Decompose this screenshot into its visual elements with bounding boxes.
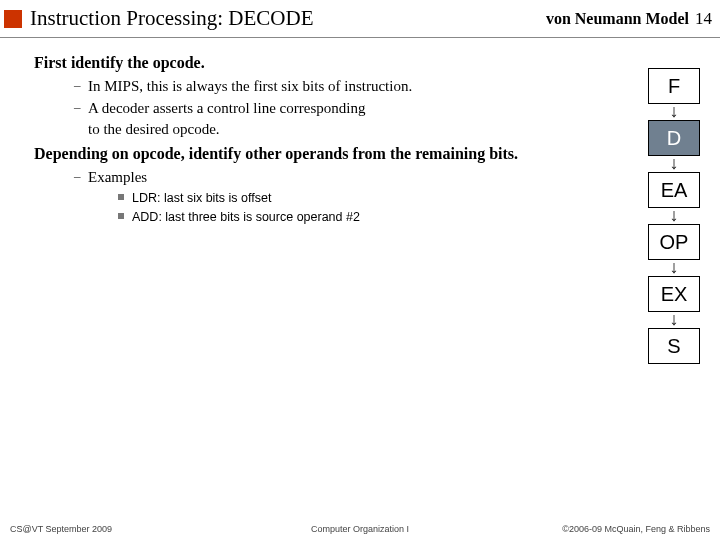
example-add: ADD: last three bits is source operand #… xyxy=(118,208,504,227)
pipeline-diagram: F ↓ D ↓ EA ↓ OP ↓ EX ↓ S xyxy=(646,68,702,364)
examples-sublist: LDR: last six bits is offset ADD: last t… xyxy=(118,189,504,227)
slide-title: Instruction Processing: DECODE xyxy=(30,6,546,31)
slide-header: Instruction Processing: DECODE von Neuma… xyxy=(0,0,720,38)
stage-fetch: F xyxy=(648,68,700,104)
stage-store: S xyxy=(648,328,700,364)
section1-head: First identify the opcode. xyxy=(34,54,716,72)
example-ldr: LDR: last six bits is offset xyxy=(118,189,504,208)
slide-content: First identify the opcode. In MIPS, this… xyxy=(0,38,720,227)
footer-right: ©2006-09 McQuain, Feng & Ribbens xyxy=(562,524,710,534)
model-label: von Neumann Model xyxy=(546,10,689,28)
arrow-down-icon: ↓ xyxy=(670,312,679,328)
slide-footer: CS@VT September 2009 Computer Organizati… xyxy=(0,524,720,534)
bullet-decoder: A decoder asserts a control line corresp… xyxy=(74,98,504,139)
section2-head: Depending on opcode, identify other oper… xyxy=(34,145,716,163)
section1-list: In MIPS, this is always the first six bi… xyxy=(74,76,716,139)
arrow-down-icon: ↓ xyxy=(670,260,679,276)
arrow-down-icon: ↓ xyxy=(670,208,679,224)
section2-list: Examples LDR: last six bits is offset AD… xyxy=(74,167,716,227)
footer-center: Computer Organization I xyxy=(311,524,409,534)
stage-ea: EA xyxy=(648,172,700,208)
page-number: 14 xyxy=(695,9,712,29)
stage-op: OP xyxy=(648,224,700,260)
stage-decode: D xyxy=(648,120,700,156)
arrow-down-icon: ↓ xyxy=(670,104,679,120)
stage-ex: EX xyxy=(648,276,700,312)
bullet-examples: Examples LDR: last six bits is offset AD… xyxy=(74,167,504,227)
title-bullet-icon xyxy=(4,10,22,28)
arrow-down-icon: ↓ xyxy=(670,156,679,172)
bullet-mips: In MIPS, this is always the first six bi… xyxy=(74,76,504,96)
footer-left: CS@VT September 2009 xyxy=(10,524,112,534)
